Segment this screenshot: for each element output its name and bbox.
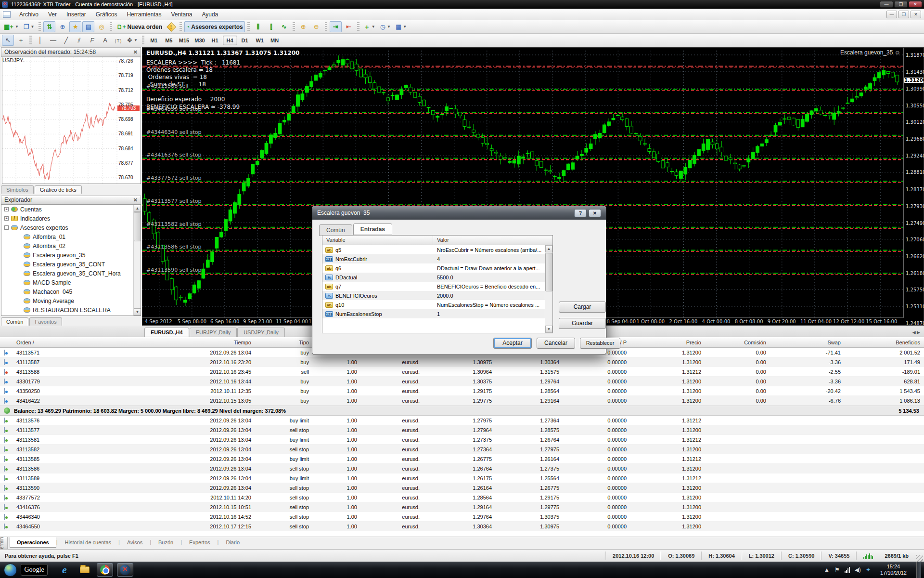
chrome-icon[interactable] xyxy=(97,563,113,577)
column-header-Beneficios[interactable]: Beneficios xyxy=(845,340,924,345)
tree-item-alfombra-01[interactable]: Alfombra_01 xyxy=(1,232,141,241)
menu-ver[interactable]: Ver xyxy=(43,10,62,19)
line-chart-button[interactable]: ∿ xyxy=(278,21,290,32)
file-explorer-icon[interactable] xyxy=(77,563,93,577)
input-value[interactable]: 4 xyxy=(433,256,552,262)
terminal-tab-expertos[interactable]: Expertos xyxy=(182,537,217,548)
input-value[interactable]: NumEscalonesStop = Número escalones ... xyxy=(433,302,552,308)
cancel-button[interactable]: Cancelar xyxy=(537,338,575,349)
table-row[interactable]: 433775722012.10.11 14:20sell stop1.00eur… xyxy=(0,493,924,502)
terminal-tab-buz-n[interactable]: Buzón xyxy=(151,537,180,548)
navigator-scrollbar[interactable]: ▲ ▼ xyxy=(133,205,141,315)
menu-ayuda[interactable]: Ayuda xyxy=(197,10,223,19)
terminal-grip[interactable]: Terminal xyxy=(0,537,8,549)
input-row-q7[interactable]: abq7BENEFICIOeuros = Beneficio deseado e… xyxy=(322,282,552,291)
expert-advisors-button[interactable]: ◔Asesores expertos xyxy=(184,21,245,32)
dropbox-icon[interactable]: ✦ xyxy=(866,566,871,573)
scroll-down-icon[interactable]: ▼ xyxy=(545,326,552,333)
network-icon[interactable] xyxy=(845,567,850,573)
tree-item-macd-sample[interactable]: MACD Sample xyxy=(1,278,141,287)
vertical-line-tool[interactable]: │ xyxy=(34,35,46,46)
scroll-up-icon[interactable]: ▲ xyxy=(134,205,141,212)
tree-expand-icon[interactable]: + xyxy=(4,216,9,221)
scrollbar-thumb[interactable] xyxy=(545,253,552,291)
fibonacci-tool[interactable]: F xyxy=(86,35,98,46)
table-row[interactable]: 431135872012.10.16 23:20buy1.00eurusd.1.… xyxy=(0,357,924,367)
column-header-Tipo[interactable]: Tipo xyxy=(255,340,313,345)
input-row-q5[interactable]: abq5NroEscCubrir = Número escalones (arr… xyxy=(322,245,552,254)
scroll-down-icon[interactable]: ▼ xyxy=(134,308,141,315)
dialog-tab-entradas[interactable]: Entradas xyxy=(353,223,392,235)
market-watch-toggle[interactable]: ⇅ xyxy=(43,21,55,32)
table-row[interactable]: 431135862012.09.26 13:04sell stop1.00eur… xyxy=(0,464,924,473)
timeframe-m30[interactable]: M30 xyxy=(192,36,207,45)
accept-button[interactable]: Aceptar xyxy=(493,338,532,349)
tree-item-asesores-expertos[interactable]: -Asesores expertos xyxy=(1,223,141,232)
new-chart-button[interactable]: ▦+▼ xyxy=(2,21,21,32)
column-header-Orden /[interactable]: Orden / xyxy=(13,340,123,345)
timeframe-m15[interactable]: M15 xyxy=(177,36,192,45)
inputs-scrollbar[interactable]: ▲ ▼ xyxy=(545,245,552,333)
label-tool[interactable]: 🄣 xyxy=(112,35,124,46)
timeframe-h4[interactable]: H4 xyxy=(223,36,237,45)
table-row[interactable]: 434164222012.10.15 13:05buy1.00eurusd.1.… xyxy=(0,396,924,406)
dialog-close-button[interactable]: ✕ xyxy=(589,209,601,217)
bar-chart-button[interactable]: ⫼ xyxy=(252,21,264,32)
terminal-toggle[interactable]: ▤ xyxy=(82,21,94,32)
tree-item-escalera-guevon-35[interactable]: Escalera guevon_35 xyxy=(1,250,141,260)
timeframe-m1[interactable]: M1 xyxy=(147,36,161,45)
column-header-Comisión[interactable]: Comisión xyxy=(705,340,770,345)
crosshair-tool[interactable]: ＋ xyxy=(15,35,27,46)
menu-insertar[interactable]: Insertar xyxy=(62,10,91,19)
menu-gráficos[interactable]: Gráficos xyxy=(91,10,122,19)
text-tool[interactable]: A xyxy=(99,35,111,46)
table-row[interactable]: 433017792012.10.16 13:44buy1.00eurusd.1.… xyxy=(0,377,924,386)
strategy-tester-button[interactable]: ◎ xyxy=(95,21,107,32)
chart-shift-button[interactable]: ⇤ xyxy=(343,21,355,32)
input-value[interactable]: DDactual = Draw-Down anterior a la apert… xyxy=(433,265,552,271)
table-row[interactable]: 434463402012.10.16 14:52sell stop1.00eur… xyxy=(0,512,924,522)
table-row[interactable]: 431135902012.09.26 13:04sell stop1.00eur… xyxy=(0,483,924,493)
tree-item-indicadores[interactable]: +Indicadores xyxy=(1,214,141,223)
menu-herramientas[interactable]: Herramientas xyxy=(122,10,166,19)
timeframe-m5[interactable]: M5 xyxy=(162,36,176,45)
table-row[interactable]: 431135762012.09.26 13:04buy limit1.00eur… xyxy=(0,416,924,425)
table-row[interactable]: 431135772012.09.26 13:04sell stop1.00eur… xyxy=(0,425,924,435)
templates-button[interactable]: ▦▼ xyxy=(394,21,409,32)
dialog-help-button[interactable]: ? xyxy=(574,209,587,217)
resize-grip[interactable] xyxy=(916,555,923,562)
input-value[interactable]: 1 xyxy=(433,311,552,317)
candlestick-chart-button[interactable]: ⫿ xyxy=(265,21,277,32)
scrollbar-thumb[interactable] xyxy=(134,212,141,241)
timeframe-w1[interactable]: W1 xyxy=(253,36,267,45)
channel-tool[interactable]: ⫽ xyxy=(73,35,85,46)
new-order-button[interactable]: 🗋+Nueva orden xyxy=(115,21,164,32)
tree-item-cuentas[interactable]: +Cuentas xyxy=(1,205,141,214)
child-restore-button[interactable]: ❐ xyxy=(898,11,909,18)
reset-button[interactable]: Restablecer xyxy=(580,338,620,349)
table-row[interactable]: 431135882012.10.16 23:45sell1.00eurusd.1… xyxy=(0,367,924,377)
chart-tab-usdjpy-daily[interactable]: USDJPY.,Daily xyxy=(237,328,285,337)
timeframe-h1[interactable]: H1 xyxy=(208,36,222,45)
trendline-tool[interactable]: ╱ xyxy=(60,35,72,46)
tree-item-escalera-guevon-35-cont[interactable]: Escalera guevon_35_CONT xyxy=(1,260,141,269)
dialog-tab-común[interactable]: Común xyxy=(319,224,352,236)
indicators-button[interactable]: ＋▼ xyxy=(362,21,377,32)
table-row[interactable]: 431135812012.09.26 13:04buy limit1.00eur… xyxy=(0,435,924,445)
input-row-q6[interactable]: abq6DDactual = Draw-Down anterior a la a… xyxy=(322,263,552,273)
tree-item-machacon-045[interactable]: Machacon_045 xyxy=(1,287,141,296)
column-header-Swap[interactable]: Swap xyxy=(770,340,845,345)
tab-favoritos[interactable]: Favoritos xyxy=(29,317,62,326)
maximize-button[interactable]: ❐ xyxy=(894,1,908,8)
table-row[interactable]: 434645502012.10.17 12:15sell stop1.00eur… xyxy=(0,522,924,531)
input-row-ddactual[interactable]: ½DDactual5500.0 xyxy=(322,273,552,282)
tree-expand-icon[interactable]: - xyxy=(4,225,9,230)
menu-archivo[interactable]: Archivo xyxy=(14,10,43,19)
cursor-tool[interactable]: ↖ xyxy=(2,35,14,46)
terminal-tab-historial-de-cuentas[interactable]: Historial de cuentas xyxy=(58,537,119,548)
input-row-nroesccubrir[interactable]: 123NroEscCubrir4 xyxy=(322,254,552,263)
child-close-button[interactable]: ✕ xyxy=(911,11,921,18)
dialog-titlebar[interactable]: Escalera guevon_35 ? ✕ xyxy=(312,206,606,220)
timeframe-mn[interactable]: MN xyxy=(268,36,282,45)
data-window-button[interactable]: ⊕ xyxy=(56,21,68,32)
